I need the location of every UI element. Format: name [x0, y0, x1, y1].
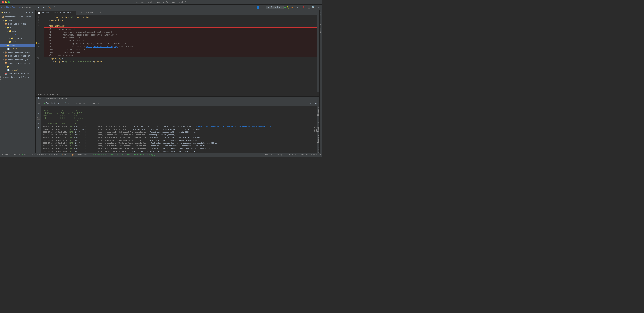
vc-icon: ⎇ [1, 154, 4, 156]
tree-dev-api[interactable]: ▾ 📦 exercise-dev-api [0, 22, 36, 26]
run-scroll-up-btn[interactable]: ↑ [36, 111, 41, 116]
tab-pom-close[interactable]: ✕ [73, 12, 74, 14]
tab-app-close[interactable]: ✕ [100, 12, 101, 14]
tree-dev-common[interactable]: ▸ 📦 exercise-dev-common [0, 51, 36, 54]
commit-icon[interactable]: ↑ [261, 5, 266, 10]
resources-label: resources [14, 37, 24, 39]
deps-icon: 📦 [72, 154, 74, 156]
status-todo[interactable]: ☑ TODO [29, 154, 35, 156]
breadcrumb-project[interactable]: project [38, 93, 45, 95]
scratch-label: Scratches and Consoles [6, 76, 32, 79]
panel-notifications[interactable]: Notifications [317, 144, 320, 153]
tab-pom-xml[interactable]: 📄 pom.xml (architectExercise) ✕ [36, 10, 76, 15]
maximize-button[interactable] [8, 1, 10, 3]
run-tab-application[interactable]: ▶ Application ✕ [43, 101, 62, 105]
run-stop-btn[interactable]: ⬛ [36, 116, 41, 121]
tree-src-2[interactable]: ▸ 📁 src [0, 65, 36, 69]
tree-dev-pojo[interactable]: ▸ 📦 exercise-dev-pojo [0, 58, 36, 61]
status-dependencies[interactable]: 📦 Dependencies [72, 154, 87, 156]
debug-button[interactable]: 🐛 [286, 6, 289, 9]
status-version-control[interactable]: ⎇ Version Control [1, 154, 20, 156]
ln-32: 32 [36, 19, 41, 22]
status-position[interactable]: 41:37 (27 chars) [265, 154, 282, 156]
src1-label: src [10, 26, 13, 29]
stop-button[interactable]: ⬛ [308, 6, 310, 9]
status-encoding[interactable]: UTF-8 [288, 154, 293, 156]
status-terminal[interactable]: ⌘ Terminal [49, 154, 59, 156]
breadcrumb-dependencies[interactable]: dependencies [48, 93, 60, 95]
build-success-icon: ✓ [89, 154, 90, 156]
coverage-button[interactable]: ▶ [290, 5, 294, 10]
tab-dep-analyzer[interactable]: Dependency Analyzer [46, 97, 70, 100]
user-icon[interactable]: 👤 [256, 5, 260, 10]
run-tab-install[interactable]: 🔨 architectExercise [install] ✕ [63, 102, 102, 105]
code-line-41: <!-- <artifactId>spring-boot-starter-log… [44, 45, 317, 48]
panel-structure[interactable]: Structure [317, 106, 320, 117]
ln-42: 42 [36, 48, 41, 51]
code-line-37: <!-- <artifactId>spring-boot-starter</ar… [44, 34, 317, 36]
tree-resources[interactable]: ▸ 📁 resources [0, 36, 36, 40]
run-button[interactable]: ▶ [284, 6, 286, 9]
tree-dev-mapper[interactable]: ▸ 📦 exercise-dev-mapper [0, 54, 36, 58]
run-app-close[interactable]: ✕ [60, 102, 60, 104]
panel-jrebel-side[interactable]: JRebel [320, 26, 322, 35]
status-problems[interactable]: ⚠ Problems [37, 154, 47, 156]
close-button[interactable] [2, 1, 4, 3]
tree-scratches[interactable]: ▸ ✏️ Scratches and Consoles [0, 76, 36, 79]
search-button[interactable]: 🔍 [311, 5, 316, 10]
status-indent[interactable]: 4 spaces [295, 154, 304, 156]
status-build[interactable]: 🔨 Build [61, 154, 70, 156]
sidebar-gear[interactable]: ⚙ [28, 11, 30, 14]
tree-java[interactable]: ▸ ☕ java [0, 33, 36, 36]
tree-src-1[interactable]: ▾ 📁 src [0, 26, 36, 29]
settings-button[interactable]: ⚙ [316, 5, 321, 10]
panel-gradle[interactable]: Gradle [320, 10, 322, 19]
run-config-selector[interactable]: Application ▾ [266, 6, 284, 9]
tree-external-libs[interactable]: ▸ 📚 External Libraries [0, 72, 36, 76]
status-line-ending[interactable]: LF [284, 154, 286, 156]
tab-application-java[interactable]: ☕ Application.java ✕ [76, 10, 103, 15]
tree-main[interactable]: ▾ 📁 main [0, 29, 36, 33]
run-install-close[interactable]: ✕ [100, 103, 100, 104]
far-right-panels: Gradle Maven JRebel [320, 10, 322, 153]
panel-rebel-setup[interactable]: Rebel Setup Guide [317, 126, 320, 133]
code-line-39: <!-- <exclusion>--> [44, 39, 317, 42]
code-editor[interactable]: <java.version> 1.8 </java.version> </pro… [42, 15, 317, 92]
tree-root[interactable]: ▾ 🗂 architectExercise ~/IdeaProjects/arc… [0, 15, 36, 19]
project-vertical-label[interactable]: Project [0, 74, 2, 83]
log-line-10: 2022-07-20 20:51:54.680 INFO 42097 --- [… [43, 150, 316, 153]
run-restart-btn[interactable]: ↺ [36, 107, 41, 111]
forward-button[interactable]: ▶ [42, 5, 46, 10]
panel-maven[interactable]: Maven [320, 19, 322, 26]
tab-text[interactable]: Text [37, 97, 44, 100]
back-button[interactable]: ◀ [36, 5, 40, 10]
profile-button[interactable]: ⚡ [295, 5, 300, 10]
panel-bookmarks[interactable]: Bookmarks [317, 133, 320, 144]
minimize-button[interactable] [5, 1, 7, 3]
run-gutter-icon[interactable]: ▶ [36, 57, 36, 59]
build-button[interactable]: 🔨 [47, 5, 52, 10]
idea-icon: 📁 [4, 19, 7, 22]
run-wrap-btn[interactable]: ⟳ [36, 126, 41, 130]
status-run[interactable]: ▶ Run [22, 154, 27, 156]
log-link-1[interactable]: /Users/Stan/IdeaProjects/architectExerci… [196, 125, 271, 128]
sidebar-more[interactable]: ≡ [31, 11, 34, 14]
rebel-button[interactable]: JR [300, 5, 305, 10]
ln-36: 36 [36, 30, 41, 33]
tree-target[interactable]: ▸ 📁 target [0, 44, 36, 47]
run-sidebar: ↺ ↑ ⬛ ↓ ⟳ [36, 106, 42, 153]
tree-idea[interactable]: ▸ 📁 .idea [0, 19, 36, 22]
tree-pom-1[interactable]: 📄 pom.xml [0, 47, 36, 51]
panel-jrebel[interactable]: JRebel [317, 117, 320, 126]
tree-dev-service[interactable]: ▾ 📦 exercise-dev-service [0, 61, 36, 65]
run-settings-btn[interactable]: ⚙ [308, 101, 313, 106]
test-icon: 📁 [8, 41, 11, 43]
run-hide-btn[interactable]: — [314, 101, 318, 106]
tree-test[interactable]: ▸ 📁 test [0, 40, 36, 44]
tree-pom-2[interactable]: 📄 pom.xml [0, 69, 36, 72]
run-scroll-down-btn[interactable]: ↓ [36, 121, 41, 125]
sync-button[interactable]: ⟳ [52, 5, 57, 10]
code-line-31: <java.version> 1.8 </java.version> [44, 16, 317, 19]
status-jrebel-console[interactable]: JRebel Console [306, 154, 321, 156]
ln-33: 33 [36, 22, 41, 24]
